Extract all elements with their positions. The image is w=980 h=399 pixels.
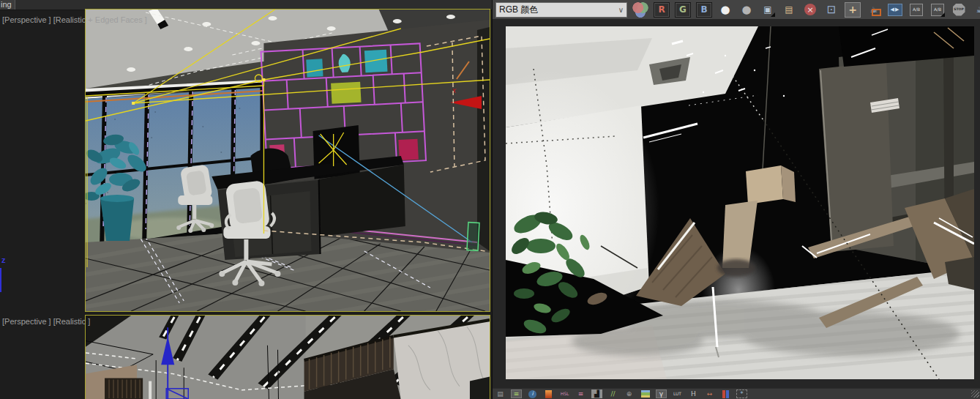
ab-compare-vertical-icon[interactable]: A/B: [929, 2, 946, 18]
viewport-top-scene: x: [86, 10, 490, 311]
vfb-top-toolbar-icons: RGB●●▣▤×⊡+☕◀▶A/BA/BSTOP☕: [632, 2, 980, 18]
clear-image-icon[interactable]: ×: [802, 2, 818, 18]
render-scene: [506, 26, 974, 379]
channel-select-value: RGB 颜色: [499, 4, 538, 16]
track-mouse-icon[interactable]: +: [845, 2, 861, 18]
resize-grip[interactable]: [971, 390, 979, 398]
axis-gizmo-z-line: [0, 268, 1, 292]
ab-split-icon[interactable]: ◀▶: [887, 2, 903, 18]
layers-icon[interactable]: ≡: [511, 389, 522, 398]
blue-channel-button[interactable]: B: [696, 2, 712, 18]
green-channel-button[interactable]: G: [675, 2, 691, 18]
rendered-image[interactable]: [506, 26, 974, 379]
open-image-icon[interactable]: ▤: [781, 2, 797, 18]
histogram-icon[interactable]: H: [688, 389, 699, 398]
levels-icon[interactable]: ▟: [591, 389, 602, 398]
vfb-bottom-toolbar-icons: ▤≡iHSL≡▟//⊕γLUTH↔*: [495, 389, 747, 398]
x-axis-label: x: [452, 86, 457, 94]
render-teapot-icon[interactable]: ☕: [972, 2, 980, 18]
viewport-top[interactable]: x: [85, 9, 490, 312]
monochrome-icon[interactable]: ●: [738, 2, 755, 18]
red-channel-button[interactable]: R: [654, 2, 670, 18]
hsl-icon[interactable]: HSL: [559, 389, 570, 398]
duplicate-to-host-icon[interactable]: ⊡: [823, 2, 839, 18]
rgb-circles-icon[interactable]: [632, 2, 648, 18]
vfb-canvas: [493, 20, 980, 388]
color-balance-icon[interactable]: ≡: [575, 389, 586, 398]
render-last-icon[interactable]: ☕: [866, 2, 882, 18]
background-image-icon[interactable]: [640, 389, 651, 398]
ab-compare-horizontal-icon[interactable]: A/B: [908, 2, 924, 18]
viewport-area: ing [Perspective ] [Realistic + Edged Fa…: [0, 0, 492, 399]
display-correction-icon[interactable]: γ: [656, 389, 667, 398]
viewport-bottom-label[interactable]: [Perspective ] [Realistic ]: [2, 317, 90, 326]
stop-render-icon[interactable]: STOP: [951, 2, 967, 18]
menu-item-fragment[interactable]: ing: [0, 0, 15, 10]
navigation-icon[interactable]: ⊕: [624, 389, 635, 398]
viewport-top-label[interactable]: [Perspective ] [Realistic + Edged Faces …: [2, 15, 147, 24]
menu-item-text: ing: [1, 0, 12, 9]
alpha-channel-icon[interactable]: ●: [717, 2, 733, 18]
viewport-bottom-scene: [86, 316, 490, 399]
axis-gizmo-z-label: z: [1, 256, 6, 264]
exposure-icon[interactable]: [543, 389, 554, 398]
viewport-bottom[interactable]: [85, 315, 490, 399]
vfb-bottom-toolbar: ▤≡iHSL≡▟//⊕γLUTH↔*: [493, 388, 980, 399]
vfb-toolbar: RGB 颜色 ∨ RGB●●▣▤×⊡+☕◀▶A/BA/BSTOP☕: [493, 0, 980, 20]
freeze-icon[interactable]: *: [736, 389, 747, 398]
lut-icon[interactable]: LUT: [672, 389, 683, 398]
white-balance-icon[interactable]: //: [607, 389, 618, 398]
save-image-icon[interactable]: ▣: [760, 2, 776, 18]
app-window: ing [Perspective ] [Realistic + Edged Fa…: [0, 0, 980, 399]
compare-wipe-icon[interactable]: ↔: [704, 389, 715, 398]
show-corrections-panel-icon[interactable]: ▤: [495, 389, 506, 398]
pixel-info-icon[interactable]: i: [527, 389, 538, 398]
chevron-down-icon: ∨: [618, 6, 624, 14]
render-frame-buffer: RGB 颜色 ∨ RGB●●▣▤×⊡+☕◀▶A/BA/BSTOP☕: [492, 0, 980, 399]
color-clamp-icon[interactable]: [720, 389, 731, 398]
channel-select[interactable]: RGB 颜色 ∨: [495, 2, 627, 18]
